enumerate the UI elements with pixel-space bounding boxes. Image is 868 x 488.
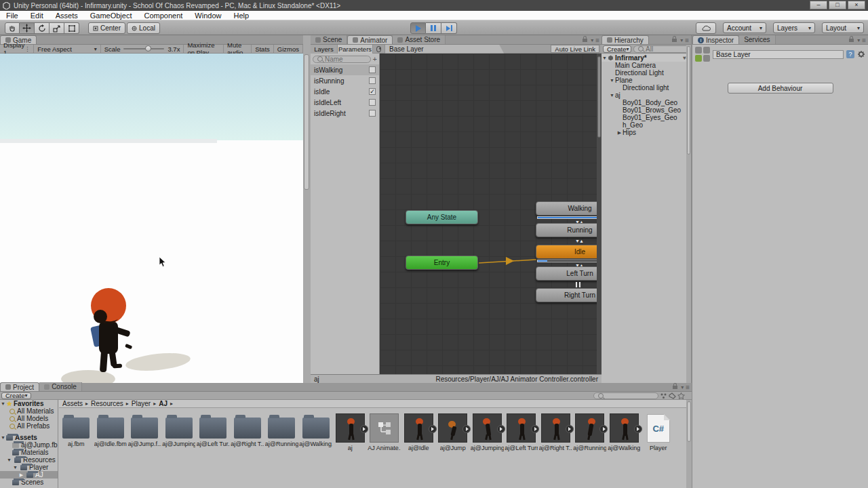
auto-live-link-button[interactable]: Auto Live Link: [551, 45, 599, 53]
asset-animation[interactable]: aj@Running: [573, 413, 608, 451]
parameter-checkbox[interactable]: [369, 88, 376, 95]
breadcrumb-aj[interactable]: AJ: [159, 400, 167, 407]
hierarchy-item-directional-light[interactable]: Directional Light: [601, 69, 691, 77]
hierarchy-scrollbar[interactable]: [686, 45, 691, 383]
maximize-on-play-button[interactable]: Maximize on Play: [183, 45, 224, 54]
asset-folder[interactable]: aj@Jumping...: [162, 413, 197, 451]
asset-folder[interactable]: aj.fbm: [59, 413, 94, 451]
breadcrumb-assets[interactable]: Assets: [62, 400, 83, 407]
game-scrollbar-thumb[interactable]: [304, 54, 309, 190]
hierarchy-create-button[interactable]: Create▾: [603, 45, 631, 53]
game-scrollbar[interactable]: [303, 35, 311, 383]
scale-slider[interactable]: Scale 3.7x: [101, 45, 184, 54]
asset-animation[interactable]: aj@Left Turn: [505, 413, 539, 451]
state-node-walking[interactable]: Walking: [536, 201, 601, 216]
state-node-idle[interactable]: Idle: [536, 245, 601, 259]
rotate-tool-button[interactable]: [35, 22, 50, 34]
asset-animation[interactable]: aj@Walking: [607, 413, 642, 451]
favorites-all-materials[interactable]: All Materials: [0, 407, 58, 415]
favorites-all-prefabs[interactable]: All Prefabs: [0, 422, 58, 430]
account-dropdown[interactable]: Account▾: [723, 22, 766, 33]
project-scrollbar[interactable]: [686, 400, 692, 488]
parameter-row[interactable]: isRunning: [311, 75, 379, 86]
transition-bars-icon[interactable]: [576, 282, 580, 287]
tab-inspector[interactable]: i Inspector: [692, 35, 739, 44]
transition-arrows-icon[interactable]: ▼▲: [575, 239, 583, 243]
hand-tool-button[interactable]: [5, 22, 20, 34]
breadcrumb-player[interactable]: Player: [132, 400, 151, 407]
asset-model[interactable]: aj: [333, 413, 368, 451]
pause-button[interactable]: [426, 22, 441, 34]
animator-parameters-button[interactable]: Parameters: [338, 45, 373, 54]
help-icon[interactable]: ?: [846, 50, 854, 58]
menu-edit[interactable]: Edit: [24, 12, 50, 20]
lock-icon[interactable]: [673, 386, 677, 389]
animator-layers-button[interactable]: Layers: [311, 45, 338, 54]
state-node-entry[interactable]: Entry: [406, 256, 478, 270]
state-node-left-turn[interactable]: Left Turn: [536, 266, 601, 281]
expand-badge-icon[interactable]: [634, 425, 642, 433]
tab-services[interactable]: Services: [739, 35, 775, 44]
gizmos-dropdown[interactable]: Gizmos: [274, 45, 303, 54]
hierarchy-scene-row[interactable]: ▼ Infirmary* ▾≡: [601, 54, 691, 62]
parameter-row[interactable]: isWalking: [311, 64, 379, 75]
lock-icon[interactable]: [672, 39, 677, 42]
tab-scene[interactable]: Scene: [311, 35, 347, 44]
graph-scrollbar-thumb[interactable]: [597, 56, 601, 138]
parameter-row[interactable]: isIdleRight: [311, 108, 379, 119]
asset-folder[interactable]: aj@Right T...: [231, 413, 265, 451]
tree-item-resources[interactable]: ▼Resources: [0, 456, 58, 464]
hierarchy-item-h-geo[interactable]: h_Geo: [601, 121, 691, 129]
hierarchy-item-hips[interactable]: ▶Hips: [601, 129, 691, 136]
menu-file[interactable]: File: [0, 12, 24, 20]
parameter-row[interactable]: isIdle: [311, 86, 379, 97]
graph-scrollbar[interactable]: [597, 54, 601, 374]
asset-folder[interactable]: aj@Running...: [264, 413, 299, 451]
favorites-all-models[interactable]: All Models: [0, 415, 58, 422]
menu-assets[interactable]: Assets: [50, 12, 84, 20]
cloud-button[interactable]: [696, 22, 716, 34]
menu-component[interactable]: Component: [138, 12, 189, 20]
menu-help[interactable]: Help: [227, 12, 255, 20]
expand-badge-icon[interactable]: [360, 425, 368, 433]
layer-breadcrumb-tab[interactable]: Base Layer: [385, 45, 504, 54]
pivot-local-button[interactable]: Local: [127, 22, 160, 34]
tree-item-player[interactable]: ▼Player: [0, 464, 58, 471]
layers-dropdown[interactable]: Layers▾: [773, 22, 815, 33]
tree-assets-root[interactable]: ▼Assets: [0, 434, 58, 441]
project-scrollbar-thumb[interactable]: [687, 401, 691, 442]
asset-animation[interactable]: aj@Right T...: [538, 413, 573, 451]
tab-project[interactable]: Project: [0, 382, 39, 391]
parameter-checkbox[interactable]: [369, 110, 376, 117]
game-viewport[interactable]: [0, 54, 303, 383]
asset-folder[interactable]: aj@Idle.fbm: [94, 413, 128, 451]
asset-animation[interactable]: aj@Jump: [436, 413, 471, 451]
layout-dropdown[interactable]: Layout▾: [822, 22, 864, 33]
animator-panel-menu[interactable]: ▾≡: [583, 37, 601, 44]
tree-item-aj-selected[interactable]: ▶AJ: [0, 471, 58, 479]
hierarchy-panel-menu[interactable]: ▾≡: [672, 37, 691, 44]
favorites-root[interactable]: ▼ Favorites: [0, 400, 58, 407]
project-search-input[interactable]: [593, 392, 658, 399]
breadcrumb-resources[interactable]: Resources: [91, 400, 123, 407]
layer-name-field[interactable]: Base Layer: [713, 50, 844, 59]
hierarchy-search-input[interactable]: All: [633, 45, 690, 53]
parameter-search-input[interactable]: Name: [313, 56, 371, 63]
asset-folder[interactable]: aj@Left Tur...: [196, 413, 231, 451]
menu-window[interactable]: Window: [189, 12, 227, 20]
tree-item-materials[interactable]: Materials: [0, 449, 58, 456]
gear-icon[interactable]: [857, 50, 865, 58]
asset-folder[interactable]: aj@Jump.f...: [127, 413, 162, 451]
scale-tool-button[interactable]: [50, 22, 64, 34]
add-behaviour-button[interactable]: Add Behaviour: [728, 83, 833, 94]
move-tool-button[interactable]: [20, 22, 35, 34]
hierarchy-item-aj[interactable]: ▼aj: [601, 92, 691, 99]
tab-hierarchy[interactable]: Hierarchy: [601, 35, 649, 44]
menu-gameobject[interactable]: GameObject: [84, 12, 138, 20]
search-by-label-icon[interactable]: [669, 392, 676, 399]
tab-animator[interactable]: Animator: [347, 35, 393, 44]
parameter-checkbox[interactable]: [369, 66, 376, 73]
visibility-toggle[interactable]: [373, 45, 385, 54]
project-create-button[interactable]: Create▾: [1, 392, 31, 399]
pivot-center-button[interactable]: Center: [88, 22, 125, 34]
